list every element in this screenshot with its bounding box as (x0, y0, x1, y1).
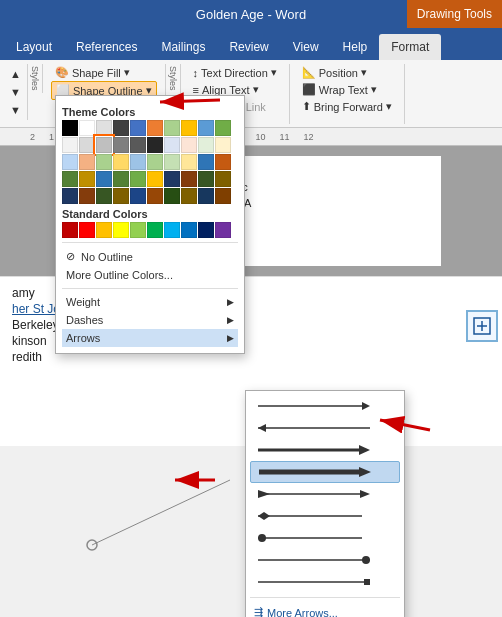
std-color-swatch-3[interactable] (113, 222, 129, 238)
theme-color-swatch-16[interactable] (164, 137, 180, 153)
svg-marker-12 (258, 512, 270, 520)
arrow-item-9[interactable] (250, 571, 400, 593)
theme-color-swatch-8[interactable] (198, 120, 214, 136)
arrow-svg-6 (254, 509, 374, 523)
scroll-up-btn[interactable]: ▲ (6, 66, 25, 82)
theme-color-swatch-15[interactable] (147, 137, 163, 153)
std-color-swatch-0[interactable] (62, 222, 78, 238)
shape-fill-dropdown-icon: ▾ (124, 66, 130, 79)
arrows-item[interactable]: Arrows ▶ (62, 329, 238, 347)
styles-more-btn[interactable]: ▼ (6, 102, 25, 118)
theme-color-swatch-42[interactable] (96, 188, 112, 204)
format-icon-svg (472, 316, 492, 336)
theme-color-swatch-11[interactable] (79, 137, 95, 153)
theme-color-swatch-39[interactable] (215, 171, 231, 187)
theme-color-swatch-45[interactable] (147, 188, 163, 204)
arrow-item-6[interactable] (250, 505, 400, 527)
weight-item[interactable]: Weight ▶ (62, 293, 238, 311)
theme-color-swatch-19[interactable] (215, 137, 231, 153)
theme-color-swatch-12[interactable] (96, 137, 112, 153)
dashes-item[interactable]: Dashes ▶ (62, 311, 238, 329)
theme-color-swatch-37[interactable] (181, 171, 197, 187)
theme-color-swatch-31[interactable] (79, 171, 95, 187)
theme-color-swatch-10[interactable] (62, 137, 78, 153)
arrow-item-2[interactable] (250, 417, 400, 439)
theme-color-swatch-47[interactable] (181, 188, 197, 204)
theme-color-swatch-38[interactable] (198, 171, 214, 187)
std-color-swatch-9[interactable] (215, 222, 231, 238)
theme-color-swatch-20[interactable] (62, 154, 78, 170)
std-color-swatch-1[interactable] (79, 222, 95, 238)
theme-color-swatch-24[interactable] (130, 154, 146, 170)
tab-layout[interactable]: Layout (4, 34, 64, 60)
theme-color-swatch-36[interactable] (164, 171, 180, 187)
tab-format[interactable]: Format (379, 34, 441, 60)
theme-color-swatch-30[interactable] (62, 171, 78, 187)
theme-color-swatch-40[interactable] (62, 188, 78, 204)
arrows-label: Arrows (66, 332, 221, 344)
tab-help[interactable]: Help (331, 34, 380, 60)
text-direction-btn[interactable]: ↕ Text Direction ▾ (189, 64, 281, 81)
arrow-item-3[interactable] (250, 439, 400, 461)
theme-color-swatch-25[interactable] (147, 154, 163, 170)
no-outline-item[interactable]: ⊘ No Outline (62, 247, 238, 266)
theme-color-swatch-27[interactable] (181, 154, 197, 170)
arrow-item-4[interactable] (250, 461, 400, 483)
theme-color-swatch-34[interactable] (130, 171, 146, 187)
theme-color-swatch-22[interactable] (96, 154, 112, 170)
theme-color-swatch-1[interactable] (79, 120, 95, 136)
bring-forward-btn[interactable]: ⬆ Bring Forward ▾ (298, 98, 396, 115)
theme-color-swatch-41[interactable] (79, 188, 95, 204)
standard-color-grid (62, 222, 238, 238)
theme-color-swatch-49[interactable] (215, 188, 231, 204)
tab-mailings[interactable]: Mailings (149, 34, 217, 60)
svg-marker-5 (359, 445, 370, 455)
theme-color-swatch-18[interactable] (198, 137, 214, 153)
theme-color-swatch-14[interactable] (130, 137, 146, 153)
theme-color-swatch-28[interactable] (198, 154, 214, 170)
theme-color-swatch-0[interactable] (62, 120, 78, 136)
more-outline-colors-item[interactable]: More Outline Colors... (62, 266, 238, 284)
scroll-down-btn[interactable]: ▼ (6, 84, 25, 100)
arrow-item-7[interactable] (250, 527, 400, 549)
tab-review[interactable]: Review (217, 34, 280, 60)
theme-color-swatch-5[interactable] (147, 120, 163, 136)
theme-color-swatch-13[interactable] (113, 137, 129, 153)
tab-view[interactable]: View (281, 34, 331, 60)
theme-color-swatch-43[interactable] (113, 188, 129, 204)
arrow-item-8[interactable] (250, 549, 400, 571)
std-color-swatch-2[interactable] (96, 222, 112, 238)
theme-color-swatch-32[interactable] (96, 171, 112, 187)
theme-color-swatch-21[interactable] (79, 154, 95, 170)
theme-color-swatch-7[interactable] (181, 120, 197, 136)
position-btn[interactable]: 📐 Position ▾ (298, 64, 371, 81)
shape-fill-btn[interactable]: 🎨 Shape Fill ▾ (51, 64, 134, 81)
theme-color-swatch-46[interactable] (164, 188, 180, 204)
theme-color-swatch-44[interactable] (130, 188, 146, 204)
theme-color-swatch-29[interactable] (215, 154, 231, 170)
arrow-item-5[interactable] (250, 483, 400, 505)
std-color-swatch-8[interactable] (198, 222, 214, 238)
theme-color-swatch-35[interactable] (147, 171, 163, 187)
theme-color-swatch-23[interactable] (113, 154, 129, 170)
std-color-swatch-4[interactable] (130, 222, 146, 238)
theme-color-swatch-9[interactable] (215, 120, 231, 136)
arrow-svg-4 (255, 465, 375, 479)
theme-color-swatch-4[interactable] (130, 120, 146, 136)
theme-color-swatch-2[interactable] (96, 120, 112, 136)
std-color-swatch-7[interactable] (181, 222, 197, 238)
theme-color-swatch-33[interactable] (113, 171, 129, 187)
wrap-text-btn[interactable]: ⬛ Wrap Text ▾ (298, 81, 381, 98)
tab-references[interactable]: References (64, 34, 149, 60)
more-arrows-link[interactable]: ⇶ More Arrows... (250, 602, 400, 617)
theme-color-swatch-3[interactable] (113, 120, 129, 136)
theme-color-swatch-48[interactable] (198, 188, 214, 204)
std-color-swatch-6[interactable] (164, 222, 180, 238)
arrange-group: 📐 Position ▾ ⬛ Wrap Text ▾ ⬆ Bring Forwa… (290, 64, 405, 124)
arrow-item-1[interactable] (250, 395, 400, 417)
theme-color-swatch-17[interactable] (181, 137, 197, 153)
theme-color-swatch-26[interactable] (164, 154, 180, 170)
arrow-svg-1 (254, 399, 374, 413)
std-color-swatch-5[interactable] (147, 222, 163, 238)
theme-color-swatch-6[interactable] (164, 120, 180, 136)
